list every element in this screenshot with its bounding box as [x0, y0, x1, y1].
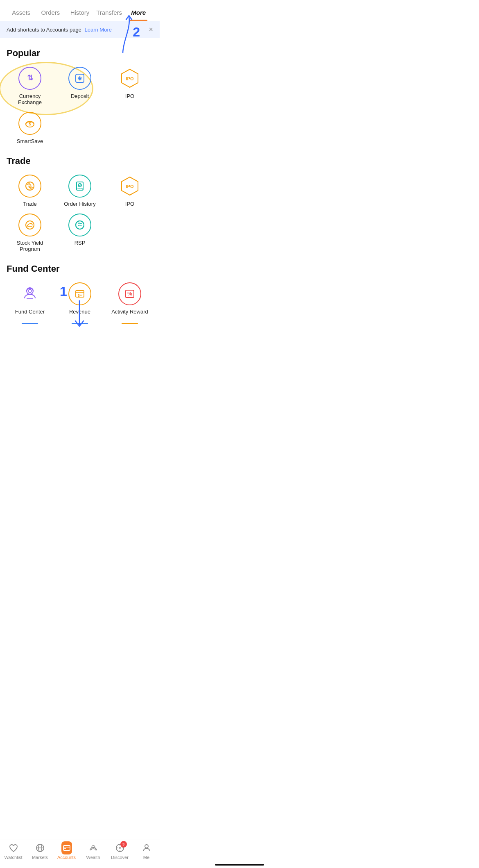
- revenue-icon: $=: [68, 282, 91, 305]
- deposit-item[interactable]: $ Deposit: [56, 67, 103, 105]
- trade-grid: Z Trade history Order History: [7, 175, 153, 252]
- stock-yield-label: Stock Yield Program: [7, 240, 53, 252]
- partial-underline-3: [122, 323, 138, 324]
- ipo-trade-icon: IPO: [118, 175, 141, 198]
- ipo-popular-item[interactable]: IPO IPO: [106, 67, 153, 105]
- activity-reward-item[interactable]: % Activity Reward: [106, 282, 153, 315]
- revenue-item[interactable]: $= Revenue: [56, 282, 103, 315]
- ipo-hex-svg: IPO: [119, 68, 140, 89]
- tab-more[interactable]: More: [124, 6, 153, 21]
- order-history-label: Order History: [64, 201, 95, 207]
- tab-history[interactable]: History: [65, 6, 95, 21]
- banner-text: Add shortcuts to Accounts page: [7, 27, 81, 33]
- activity-reward-svg: %: [124, 288, 136, 300]
- tab-assets[interactable]: Assets: [7, 6, 36, 21]
- smartsave-label: SmartSave: [17, 138, 43, 144]
- trade-header: Trade: [7, 156, 153, 166]
- trade-svg: Z: [24, 180, 36, 192]
- fund-center-svg: [20, 284, 39, 303]
- svg-text:history: history: [76, 187, 84, 190]
- tab-transfers[interactable]: Transfers: [95, 6, 124, 21]
- partial-item-1[interactable]: [7, 318, 53, 343]
- smartsave-item[interactable]: $ SmartSave: [7, 112, 53, 144]
- deposit-svg: $: [74, 73, 86, 84]
- fund-section: Fund Center 1 Fund Center: [7, 264, 153, 343]
- ipo-popular-icon: IPO: [118, 67, 141, 90]
- partial-row: [7, 318, 153, 343]
- svg-point-16: [28, 289, 32, 293]
- deposit-icon: $: [68, 67, 91, 90]
- popular-section: Popular ⇅ Currency Exchange $: [7, 48, 153, 144]
- banner-close-button[interactable]: ×: [145, 25, 153, 34]
- order-history-icon: history: [68, 175, 91, 198]
- popular-grid: ⇅ Currency Exchange $ Deposit: [7, 67, 153, 144]
- ipo-popular-label: IPO: [125, 93, 134, 99]
- partial-underline-1: [22, 323, 38, 324]
- rsp-label: RSP: [75, 240, 86, 246]
- svg-text:IPO: IPO: [126, 184, 134, 189]
- order-history-item[interactable]: history Order History: [56, 175, 103, 207]
- smartsave-icon: $: [18, 112, 41, 135]
- tab-orders[interactable]: Orders: [36, 6, 66, 21]
- shortcuts-banner: Add shortcuts to Accounts page Learn Mor…: [0, 21, 160, 38]
- annotation-number-2: 2: [133, 38, 140, 40]
- rsp-svg: [74, 219, 86, 231]
- rsp-icon: [68, 214, 91, 236]
- currency-exchange-svg: ⇅: [24, 72, 36, 84]
- popular-header: Popular: [7, 48, 153, 59]
- smartsave-svg: $: [24, 118, 36, 129]
- order-history-svg: history: [74, 180, 86, 192]
- trade-section: Trade Z Trade: [7, 156, 153, 252]
- ipo-trade-hex-svg: IPO: [119, 175, 140, 197]
- fund-header: Fund Center: [7, 264, 153, 274]
- stock-yield-icon: [18, 214, 41, 236]
- currency-exchange-item[interactable]: ⇅ Currency Exchange: [7, 67, 53, 105]
- svg-text:$=: $=: [78, 293, 82, 298]
- svg-text:$: $: [29, 122, 31, 126]
- currency-exchange-label: Currency Exchange: [7, 93, 53, 105]
- svg-text:%: %: [127, 291, 132, 297]
- currency-exchange-icon: ⇅: [18, 67, 41, 90]
- partial-item-3[interactable]: [106, 318, 153, 343]
- stock-yield-item[interactable]: Stock Yield Program: [7, 214, 53, 252]
- revenue-svg: $=: [74, 288, 86, 300]
- partial-item-2[interactable]: [56, 318, 103, 343]
- partial-underline-2: [72, 323, 88, 324]
- fund-center-icon: [18, 282, 41, 305]
- trade-item[interactable]: Z Trade: [7, 175, 53, 207]
- activity-reward-label: Activity Reward: [111, 309, 148, 315]
- svg-text:⇅: ⇅: [27, 74, 33, 82]
- svg-point-12: [26, 221, 34, 229]
- fund-center-label: Fund Center: [15, 309, 45, 315]
- stock-yield-svg: [24, 219, 36, 231]
- trade-icon: Z: [18, 175, 41, 198]
- revenue-label: Revenue: [69, 309, 90, 315]
- svg-text:Z: Z: [29, 184, 31, 189]
- rsp-item[interactable]: RSP: [56, 214, 103, 252]
- fund-grid: Fund Center $= Revenue %: [7, 282, 153, 315]
- deposit-label: Deposit: [71, 93, 89, 99]
- activity-reward-icon: %: [118, 282, 141, 305]
- main-content: 2 Popular ⇅ Currency Exchange: [0, 38, 160, 379]
- trade-label: Trade: [23, 201, 36, 207]
- top-navigation: Assets Orders History Transfers More: [0, 0, 160, 21]
- svg-text:IPO: IPO: [126, 76, 134, 81]
- ipo-trade-item[interactable]: IPO IPO: [106, 175, 153, 207]
- banner-learn-more[interactable]: Learn More: [84, 27, 111, 33]
- fund-center-item[interactable]: Fund Center: [7, 282, 53, 315]
- ipo-trade-label: IPO: [125, 201, 134, 207]
